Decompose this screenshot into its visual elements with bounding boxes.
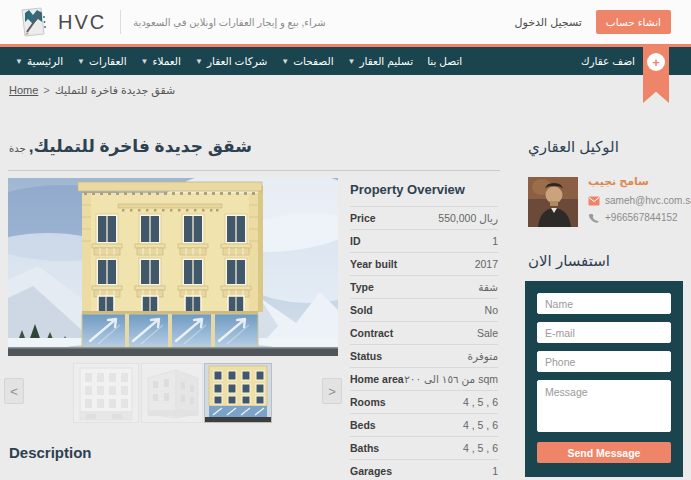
message-textarea[interactable] — [537, 380, 671, 432]
login-link[interactable]: تسجيل الدخول — [514, 16, 581, 29]
nav-item-pages[interactable]: ▼الصفحات — [281, 55, 333, 67]
building-illustration — [8, 178, 338, 356]
chevron-down-icon: ▼ — [348, 57, 356, 66]
thumbnail-2[interactable] — [141, 363, 203, 423]
nav-item-properties[interactable]: ▼العقارات — [77, 55, 127, 67]
main-nav: ▼الرئيسية ▼العقارات ▼العملاء ▼شركات العق… — [0, 47, 691, 75]
overview-heading: Property Overview — [350, 182, 498, 197]
table-row: SoldNo — [350, 299, 498, 322]
table-row: ContractSale — [350, 322, 498, 345]
agent-phone[interactable]: +966567844152 — [588, 212, 688, 223]
agent-info: سامح نجيب sameh@hvc.com.sa +966567844152 — [588, 175, 688, 229]
auth-area: تسجيل الدخول انشاء حساب — [514, 0, 671, 44]
title-divider — [8, 170, 500, 171]
table-row: Typeشقة — [350, 276, 498, 299]
nav-item-home[interactable]: ▼الرئيسية — [15, 55, 63, 67]
chevron-down-icon: ▼ — [77, 57, 85, 66]
table-row: Home areaمن ١٥٦ الى ٢٠٠ sqm — [350, 368, 498, 391]
listing-city: جدة — [9, 143, 26, 154]
brand-area: HVC شراء, بيع و إيجار العقارات اونلاين ف… — [16, 4, 326, 40]
name-input[interactable] — [537, 293, 671, 314]
inquiry-form: Send Message — [525, 281, 683, 477]
site-tagline: شراء, بيع و إيجار العقارات اونلاين في ال… — [133, 17, 325, 28]
table-row: Price550,000 ريال — [350, 207, 498, 230]
nav-item-agencies[interactable]: ▼شركات العقار — [195, 55, 267, 67]
main-property-photo[interactable] — [8, 178, 338, 356]
listing-title-row: جدة,شقق جديدة فاخرة للتمليك — [9, 136, 252, 157]
signup-button[interactable]: انشاء حساب — [596, 10, 671, 34]
agent-photo — [528, 177, 578, 227]
gallery-prev-button[interactable]: < — [4, 378, 24, 404]
table-row: Baths4 , 5 , 6 — [350, 437, 498, 460]
overview-table: Price550,000 ريال ID1 Year built2017 Typ… — [350, 206, 498, 480]
brand-text: HVC — [58, 11, 106, 34]
add-property-link[interactable]: اضف عقارك — [581, 47, 635, 75]
agent-email[interactable]: sameh@hvc.com.sa — [588, 195, 688, 206]
table-row: Garages1 — [350, 460, 498, 480]
send-message-button[interactable]: Send Message — [537, 442, 671, 463]
phone-icon — [588, 213, 600, 223]
inquiry-heading: استفسار الان — [528, 252, 610, 270]
nav-item-submit-property[interactable]: ▼تسليم العقار — [348, 55, 414, 67]
phone-input[interactable] — [537, 351, 671, 372]
thumbnail-3-color — [205, 364, 271, 422]
gallery-next-button[interactable]: > — [322, 378, 342, 404]
header: HVC شراء, بيع و إيجار العقارات اونلاين ف… — [0, 0, 691, 44]
agent-section-heading: الوكيل العقاري — [528, 138, 619, 156]
breadcrumb-current: شقق جديدة فاخرة للتمليك — [55, 84, 175, 96]
thumbnail-3-active[interactable] — [204, 363, 272, 423]
chevron-down-icon: ▼ — [195, 57, 203, 66]
breadcrumb: Home>شقق جديدة فاخرة للتمليك — [9, 84, 175, 97]
chevron-down-icon: ▼ — [281, 57, 289, 66]
envelope-icon — [588, 196, 600, 206]
road — [8, 347, 338, 356]
thumbnail-2-sketch — [142, 364, 202, 422]
breadcrumb-home-link[interactable]: Home — [9, 84, 38, 96]
nav-items: ▼الرئيسية ▼العقارات ▼العملاء ▼شركات العق… — [8, 47, 469, 75]
hvc-logo-icon — [16, 5, 50, 39]
page-title: شقق جديدة فاخرة للتمليك — [33, 137, 252, 156]
description-heading: Description — [9, 444, 92, 461]
table-row: Beds4 , 5 , 6 — [350, 414, 498, 437]
thumbnail-1[interactable] — [73, 363, 139, 423]
nav-item-agents[interactable]: ▼العملاء — [141, 55, 181, 67]
table-row: Statusمتوفرة — [350, 345, 498, 368]
plus-icon: + — [647, 53, 665, 71]
table-row: ID1 — [350, 230, 498, 253]
chevron-down-icon: ▼ — [15, 57, 23, 66]
thumbnail-1-sketch — [74, 364, 138, 422]
table-row: Year built2017 — [350, 253, 498, 276]
chevron-down-icon: ▼ — [141, 57, 149, 66]
add-property-ribbon[interactable]: + — [643, 47, 669, 103]
header-divider — [120, 10, 121, 34]
agent-name: سامح نجيب — [588, 175, 688, 188]
email-input[interactable] — [537, 322, 671, 343]
building — [78, 182, 263, 347]
storefront — [82, 314, 258, 347]
breadcrumb-separator: > — [43, 84, 49, 96]
property-overview: Property Overview Price550,000 ريال ID1 … — [350, 182, 498, 480]
nav-item-contact[interactable]: اتصل بنا — [427, 55, 462, 67]
table-row: Rooms4 , 5 , 6 — [350, 391, 498, 414]
